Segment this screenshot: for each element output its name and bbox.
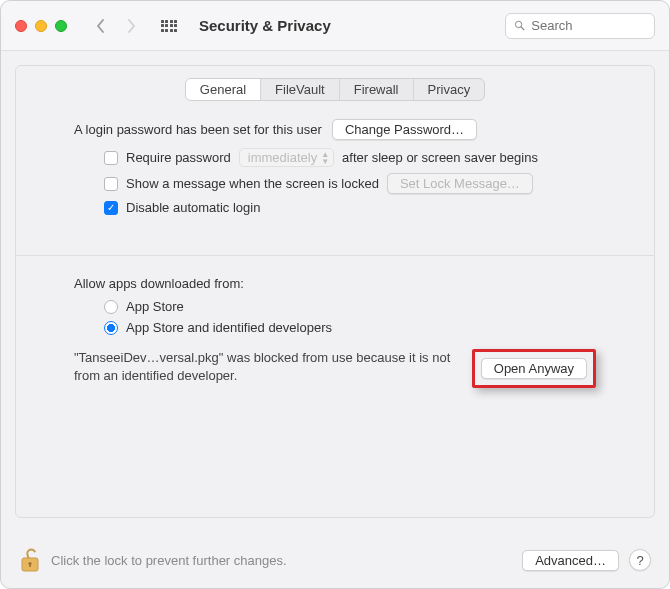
tab-bar: General FileVault Firewall Privacy (185, 78, 485, 101)
nav-buttons (89, 14, 143, 38)
advanced-button[interactable]: Advanced… (522, 550, 619, 571)
disable-auto-login-row: Disable automatic login (104, 200, 596, 215)
search-field[interactable] (505, 13, 655, 39)
lock-hint-text: Click the lock to prevent further change… (51, 553, 287, 568)
allow-identified-row: App Store and identified developers (104, 320, 596, 335)
disable-auto-login-label: Disable automatic login (126, 200, 260, 215)
show-message-checkbox[interactable] (104, 177, 118, 191)
svg-rect-4 (29, 564, 31, 567)
svg-line-1 (521, 27, 524, 30)
blocked-app-message: "TanseeiDev…versal.pkg" was blocked from… (74, 349, 460, 384)
set-lock-message-button: Set Lock Message… (387, 173, 533, 194)
show-message-label: Show a message when the screen is locked (126, 176, 379, 191)
allow-appstore-row: App Store (104, 299, 596, 314)
forward-button[interactable] (119, 14, 143, 38)
settings-pane: General FileVault Firewall Privacy A log… (15, 65, 655, 518)
tab-privacy[interactable]: Privacy (414, 79, 485, 100)
allow-apps-heading: Allow apps downloaded from: (74, 276, 596, 291)
require-password-row: Require password immediately ▲▼ after sl… (104, 148, 596, 167)
allow-identified-radio[interactable] (104, 321, 118, 335)
show-all-prefs-button[interactable] (159, 16, 179, 36)
close-window-button[interactable] (15, 20, 27, 32)
minimize-window-button[interactable] (35, 20, 47, 32)
window-controls (15, 20, 67, 32)
window-title: Security & Privacy (199, 17, 331, 34)
annotation-highlight: Open Anyway (472, 349, 596, 388)
allow-appstore-label: App Store (126, 299, 184, 314)
require-password-checkbox[interactable] (104, 151, 118, 165)
lock-open-icon[interactable] (19, 547, 41, 573)
help-button[interactable]: ? (629, 549, 651, 571)
require-password-after-label: after sleep or screen saver begins (342, 150, 538, 165)
require-password-delay-select: immediately ▲▼ (239, 148, 334, 167)
show-message-row: Show a message when the screen is locked… (104, 173, 596, 194)
tab-firewall[interactable]: Firewall (340, 79, 414, 100)
search-icon (514, 19, 525, 32)
section-divider (16, 255, 654, 256)
titlebar: Security & Privacy (1, 1, 669, 51)
prefs-window: Security & Privacy General FileVault Fir… (0, 0, 670, 589)
change-password-button[interactable]: Change Password… (332, 119, 477, 140)
zoom-window-button[interactable] (55, 20, 67, 32)
tab-filevault[interactable]: FileVault (261, 79, 340, 100)
content-area: General FileVault Firewall Privacy A log… (1, 51, 669, 532)
allow-appstore-radio[interactable] (104, 300, 118, 314)
footer-bar: Click the lock to prevent further change… (1, 532, 669, 588)
allow-identified-label: App Store and identified developers (126, 320, 332, 335)
blocked-app-row: "TanseeiDev…versal.pkg" was blocked from… (74, 349, 596, 388)
tab-general[interactable]: General (186, 79, 261, 100)
login-password-section: A login password has been set for this u… (34, 119, 636, 221)
password-set-label: A login password has been set for this u… (74, 122, 322, 137)
search-input[interactable] (531, 18, 646, 33)
allow-apps-section: Allow apps downloaded from: App Store Ap… (34, 276, 636, 388)
require-password-label: Require password (126, 150, 231, 165)
open-anyway-button[interactable]: Open Anyway (481, 358, 587, 379)
back-button[interactable] (89, 14, 113, 38)
disable-auto-login-checkbox[interactable] (104, 201, 118, 215)
chevron-updown-icon: ▲▼ (321, 151, 329, 165)
